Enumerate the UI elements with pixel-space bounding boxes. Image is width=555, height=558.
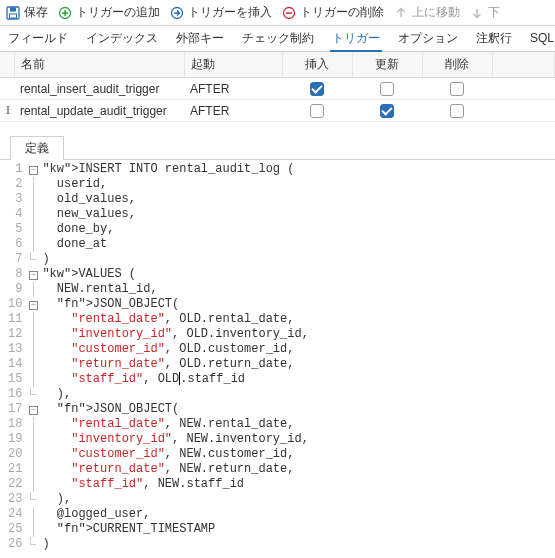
insert-trigger-label: トリガーを挿入	[188, 4, 272, 21]
arrow-up-icon	[394, 6, 408, 20]
tab-fields[interactable]: フィールド	[6, 26, 70, 51]
code-area[interactable]: "kw">INSERT INTO rental_audit_log ( user…	[40, 162, 308, 552]
delete-trigger-button[interactable]: トリガーの削除	[282, 4, 384, 21]
checkbox-insert[interactable]	[310, 82, 324, 96]
checkbox-delete[interactable]	[450, 104, 464, 118]
checkbox-update[interactable]	[380, 82, 394, 96]
move-down-label: 下	[488, 4, 500, 21]
line-number-gutter: 1234567891011121314151617181920212223242…	[0, 162, 26, 552]
cell-name[interactable]: rental_insert_audit_trigger	[14, 78, 184, 100]
checkbox-delete[interactable]	[450, 82, 464, 96]
col-delete[interactable]: 削除	[422, 52, 492, 78]
move-up-button[interactable]: 上に移動	[394, 4, 460, 21]
toolbar: 保存 トリガーの追加 トリガーを挿入 トリガーの削除 上に移動 下	[0, 0, 555, 26]
col-insert[interactable]: 挿入	[282, 52, 352, 78]
design-tabs: フィールド インデックス 外部キー チェック制約 トリガー オプション 注釈行 …	[0, 26, 555, 52]
cell-fires[interactable]: AFTER	[184, 100, 282, 122]
delete-trigger-label: トリガーの削除	[300, 4, 384, 21]
trigger-grid: 名前 起動 挿入 更新 削除 rental_insert_audit_trigg…	[0, 52, 555, 122]
insert-trigger-button[interactable]: トリガーを挿入	[170, 4, 272, 21]
tab-triggers[interactable]: トリガー	[330, 27, 382, 52]
svg-rect-1	[10, 7, 16, 11]
fold-gutter: −−−−	[26, 162, 40, 552]
checkbox-update[interactable]	[380, 104, 394, 118]
col-update[interactable]: 更新	[352, 52, 422, 78]
tab-foreign-keys[interactable]: 外部キー	[174, 26, 226, 51]
move-up-label: 上に移動	[412, 4, 460, 21]
tab-indexes[interactable]: インデックス	[84, 26, 160, 51]
arrow-down-icon	[470, 6, 484, 20]
cell-fires[interactable]: AFTER	[184, 78, 282, 100]
row-marker-edit-icon: I	[0, 100, 14, 122]
checkbox-insert[interactable]	[310, 104, 324, 118]
save-icon	[6, 6, 20, 20]
col-name[interactable]: 名前	[14, 52, 184, 78]
row-marker	[0, 78, 14, 100]
add-trigger-label: トリガーの追加	[76, 4, 160, 21]
sql-editor[interactable]: 1234567891011121314151617181920212223242…	[0, 160, 555, 552]
tab-options[interactable]: オプション	[396, 26, 460, 51]
col-fires[interactable]: 起動	[184, 52, 282, 78]
definition-tab-bar: 定義	[0, 136, 555, 160]
plus-circle-icon	[58, 6, 72, 20]
grid-header-row: 名前 起動 挿入 更新 削除	[0, 52, 555, 78]
definition-tab[interactable]: 定義	[10, 136, 64, 160]
cell-name[interactable]: rental_update_audit_trigger	[14, 100, 184, 122]
tab-check-constraints[interactable]: チェック制約	[240, 26, 316, 51]
svg-rect-2	[10, 14, 17, 18]
move-down-button[interactable]: 下	[470, 4, 500, 21]
definition-section: 定義 1234567891011121314151617181920212223…	[0, 136, 555, 552]
table-row[interactable]: rental_insert_audit_trigger AFTER	[0, 78, 555, 100]
add-trigger-button[interactable]: トリガーの追加	[58, 4, 160, 21]
save-label: 保存	[24, 4, 48, 21]
minus-circle-icon	[282, 6, 296, 20]
insert-circle-icon	[170, 6, 184, 20]
save-button[interactable]: 保存	[6, 4, 48, 21]
table-row[interactable]: I rental_update_audit_trigger AFTER	[0, 100, 555, 122]
tab-sql-preview[interactable]: SQLプ	[528, 26, 555, 51]
tab-notes[interactable]: 注釈行	[474, 26, 514, 51]
